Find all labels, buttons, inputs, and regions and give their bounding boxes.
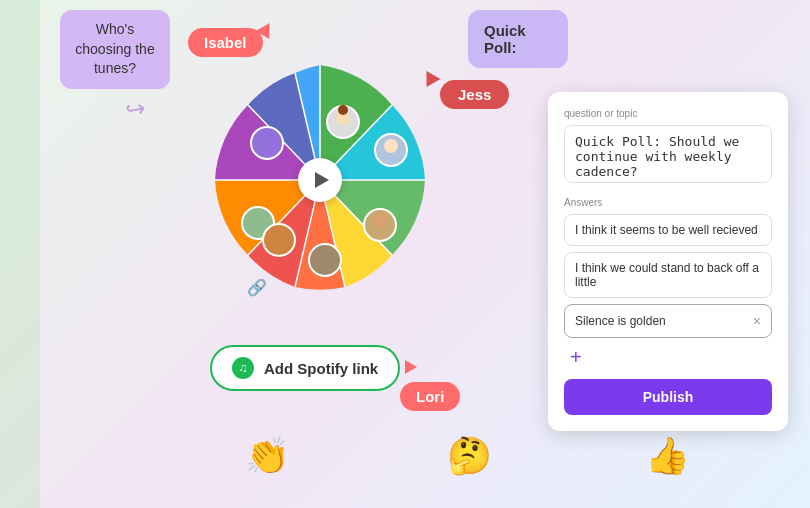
publish-button[interactable]: Publish xyxy=(564,379,772,415)
answers-label: Answers xyxy=(564,197,772,208)
lori-label: Lori xyxy=(400,382,460,411)
spotify-label: Add Spotify link xyxy=(264,360,378,377)
svg-point-20 xyxy=(373,214,387,228)
clap-emoji-char: 👏 xyxy=(245,435,290,476)
answer-text-3: Silence is golden xyxy=(575,314,666,328)
quick-poll-text: Quick Poll: xyxy=(484,22,526,56)
think-emoji: 🤔 xyxy=(447,435,492,477)
lori-name: Lori xyxy=(416,388,444,405)
spin-wheel[interactable]: 🔗 xyxy=(195,55,445,305)
left-accent xyxy=(0,0,40,508)
poll-panel: Question or topic Quick Poll: Should we … xyxy=(548,92,788,431)
jess-name: Jess xyxy=(458,86,491,103)
question-label: Question or topic xyxy=(564,108,772,119)
jess-label: Jess xyxy=(440,80,509,109)
whos-choosing-bubble: Who's choosing the tunes? xyxy=(60,10,170,89)
svg-point-15 xyxy=(251,127,283,159)
svg-text:🔗: 🔗 xyxy=(247,278,267,297)
svg-point-18 xyxy=(338,105,348,115)
quick-poll-bubble: Quick Poll: xyxy=(468,10,568,68)
thumb-emoji: 👍 xyxy=(645,435,690,477)
answer-item-2: I think we could stand to back off a lit… xyxy=(564,252,772,298)
answer-text-2: I think we could stand to back off a lit… xyxy=(575,261,761,289)
svg-point-13 xyxy=(309,244,341,276)
remove-answer-3-button[interactable]: × xyxy=(753,313,761,329)
svg-point-16 xyxy=(263,224,295,256)
question-input[interactable]: Quick Poll: Should we continue with week… xyxy=(564,125,772,183)
spotify-arrow-icon xyxy=(405,360,417,374)
thumb-emoji-char: 👍 xyxy=(645,435,690,476)
answer-item-1: I think it seems to be well recieved xyxy=(564,214,772,246)
whos-choosing-text: Who's choosing the tunes? xyxy=(75,21,154,76)
think-emoji-char: 🤔 xyxy=(447,435,492,476)
play-button[interactable] xyxy=(298,158,342,202)
add-answer-button[interactable]: + xyxy=(564,344,588,371)
clap-emoji: 👏 xyxy=(245,435,290,477)
play-icon xyxy=(315,172,329,188)
answer-item-3: Silence is golden × xyxy=(564,304,772,338)
isabel-label: Isabel xyxy=(188,28,263,57)
answer-text-1: I think it seems to be well recieved xyxy=(575,223,758,237)
isabel-name: Isabel xyxy=(204,34,247,51)
svg-point-19 xyxy=(384,139,398,153)
spotify-icon: ♫ xyxy=(232,357,254,379)
spotify-button[interactable]: ♫ Add Spotify link xyxy=(210,345,400,391)
